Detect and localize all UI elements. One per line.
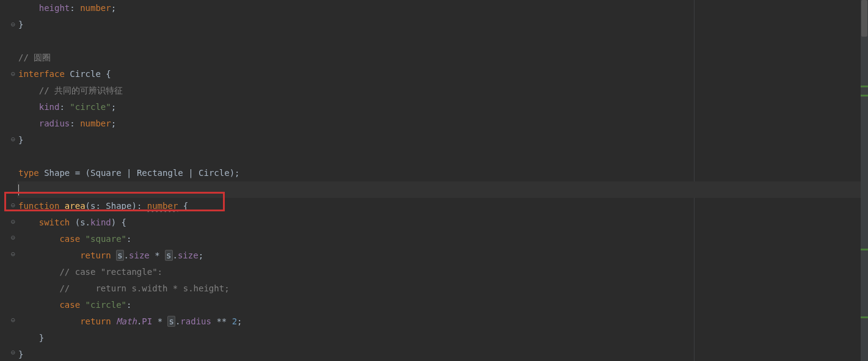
gutter-fold[interactable]: ⊖ (0, 230, 16, 246)
gutter-fold[interactable]: ⊖ (0, 246, 16, 263)
gutter: ⊖ ⊖ ⊖ ⊖ ⊖ ⊖ ⊖ ⊖ ⊖ (0, 0, 17, 361)
code-line[interactable]: } (17, 330, 868, 346)
gutter-fold[interactable] (0, 0, 16, 16)
gutter-fold[interactable] (0, 33, 16, 49)
scrollbar[interactable] (861, 0, 868, 361)
scroll-marker[interactable] (861, 86, 868, 87)
gutter-fold[interactable]: ⊖ (0, 131, 16, 148)
code-line[interactable]: return Math.PI * s.radius ** 2; (17, 313, 868, 330)
code-line[interactable]: } (17, 346, 868, 361)
gutter-fold[interactable]: ⊖ (0, 16, 16, 33)
gutter-fold[interactable] (0, 279, 16, 296)
code-line[interactable]: return s.size * s.size; (17, 247, 868, 264)
code-line-current[interactable] (17, 181, 868, 198)
code-line[interactable]: switch (s.kind) { (17, 214, 868, 231)
code-line[interactable]: // return s.width * s.height; (17, 280, 868, 297)
code-line[interactable]: kind: "circle"; (17, 99, 868, 115)
code-line[interactable]: interface Circle { (17, 66, 868, 82)
code-editor[interactable]: ⊖ ⊖ ⊖ ⊖ ⊖ ⊖ ⊖ ⊖ ⊖ height: number; } // 圆… (0, 0, 868, 361)
gutter-fold[interactable] (0, 295, 16, 312)
gutter-fold[interactable] (0, 115, 16, 131)
code-line[interactable]: function area(s: Shape): number { (17, 198, 868, 214)
gutter-fold[interactable] (0, 164, 16, 181)
scroll-marker[interactable] (861, 249, 868, 250)
scrollbar-thumb[interactable] (861, 0, 867, 37)
gutter-fold[interactable] (0, 98, 16, 115)
code-line[interactable]: case "square": (17, 231, 868, 247)
scroll-marker[interactable] (861, 95, 868, 97)
code-line[interactable] (17, 148, 868, 165)
scroll-marker[interactable] (861, 316, 868, 318)
code-line[interactable]: height: number; (17, 0, 868, 16)
gutter-fold[interactable]: ⊖ (0, 312, 16, 328)
gutter-fold[interactable]: ⊖ (0, 213, 16, 230)
code-line[interactable]: case "circle": (17, 297, 868, 313)
code-line[interactable] (17, 33, 868, 49)
code-line[interactable]: type Shape = (Square | Rectangle | Circl… (17, 165, 868, 181)
gutter-fold[interactable] (0, 328, 16, 345)
code-line[interactable]: // 圆圈 (17, 49, 868, 66)
code-line[interactable]: // 共同的可辨识特征 (17, 82, 868, 99)
gutter-fold[interactable] (0, 263, 16, 279)
code-line[interactable]: } (17, 16, 868, 33)
gutter-fold[interactable]: ⊖ (0, 197, 16, 213)
code-line[interactable]: // case "rectangle": (17, 264, 868, 280)
caret-icon (18, 184, 19, 195)
gutter-fold[interactable] (0, 49, 16, 66)
gutter-fold[interactable] (0, 82, 16, 98)
code-line[interactable]: } (17, 132, 868, 148)
code-line[interactable]: radius: number; (17, 115, 868, 132)
gutter-fold[interactable]: ⊖ (0, 345, 16, 361)
code-area[interactable]: height: number; } // 圆圈 interface Circle… (17, 0, 868, 361)
gutter-fold[interactable]: ⊖ (0, 65, 16, 82)
gutter-fold[interactable] (0, 180, 16, 197)
gutter-fold[interactable] (0, 148, 16, 164)
